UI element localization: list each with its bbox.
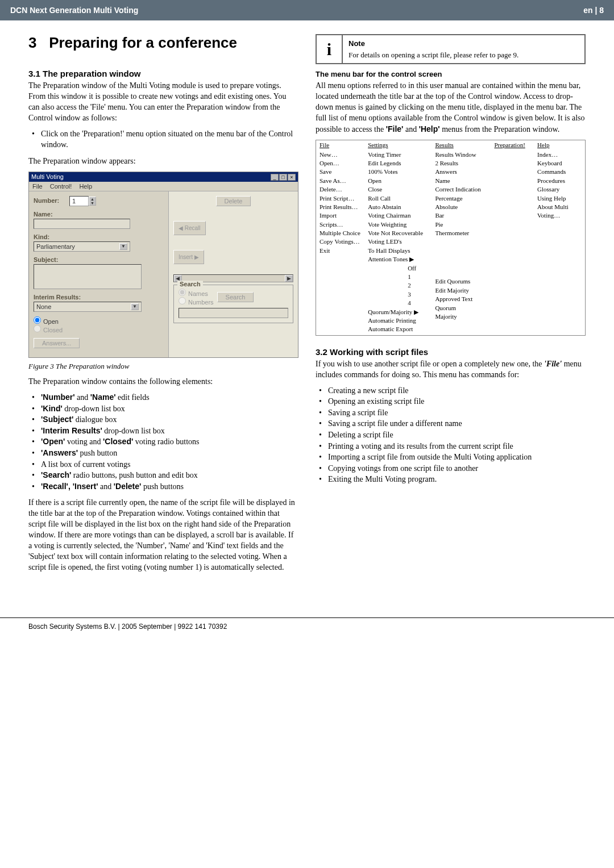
menubar-heading: The menu bar for the control screen xyxy=(316,70,586,78)
note-title: Note xyxy=(349,39,518,49)
th-settings: Settings xyxy=(368,141,388,148)
close-icon[interactable]: × xyxy=(288,174,296,181)
dropdown-arrow-icon[interactable]: ▼ xyxy=(131,303,139,310)
th-file: File xyxy=(320,141,329,148)
list-item: Printing a voting and its results from t… xyxy=(316,441,586,452)
elements-intro: The Preparation window contains the foll… xyxy=(28,377,298,387)
th-preparation: Preparation! xyxy=(494,141,525,148)
menubar-para: All menu options referred to in this use… xyxy=(316,81,586,135)
label-number: Number: xyxy=(34,197,68,204)
footer-divider xyxy=(0,617,614,618)
scroll-right-icon[interactable]: ▶ xyxy=(285,275,293,282)
page-footer: Bosch Security Systems B.V. | 2005 Septe… xyxy=(0,623,614,648)
kind-value: Parliamentary xyxy=(36,243,75,250)
delete-button[interactable]: Delete xyxy=(216,196,251,206)
info-icon: i xyxy=(317,35,343,63)
search-button[interactable]: Search xyxy=(217,292,254,302)
window-buttons: _□× xyxy=(270,173,296,181)
right-column: i Note For details on opening a script f… xyxy=(316,34,586,578)
spinner-arrows-icon[interactable]: ▲▼ xyxy=(89,197,96,206)
answers-button[interactable]: Answers... xyxy=(34,338,80,348)
header-title-right: en | 8 xyxy=(583,6,604,15)
name-field[interactable] xyxy=(34,219,130,229)
s32-para: If you wish to use another script file o… xyxy=(316,359,586,381)
figure-caption: Figure 3 The Preparation window xyxy=(28,361,298,372)
results-menu-items: Results Window2 ResultsAnswersNameCorrec… xyxy=(432,149,491,335)
list-item: 'Recall', 'Insert' and 'Delete' push but… xyxy=(28,481,298,493)
menu-options-table: File Settings Results Preparation! Help … xyxy=(316,140,586,336)
s31-bullet: Click on the 'Preparation!' menu option … xyxy=(28,128,298,151)
radio-closed-input[interactable] xyxy=(34,325,41,332)
s31-tail: If there is a script file currently open… xyxy=(28,498,298,573)
s31-para2: The Preparation window appears: xyxy=(28,156,298,167)
header-title-left: DCN Next Generation Multi Voting xyxy=(10,6,138,15)
search-legend: Search xyxy=(177,281,203,287)
s32-list: Creating a new script file Opening an ex… xyxy=(316,385,586,485)
menu-control[interactable]: Control! xyxy=(50,183,72,190)
list-item: Deleting a script file xyxy=(316,429,586,441)
list-item: Copying votings from one script file to … xyxy=(316,463,586,474)
preparation-window-screenshot: Multi Voting _□× File Control! Help Numb… xyxy=(28,172,298,358)
left-column: 3 Preparing for a conference 3.1 The pre… xyxy=(28,34,298,578)
th-help: Help xyxy=(537,141,549,148)
page-header: DCN Next Generation Multi Voting en | 8 xyxy=(0,0,614,20)
chapter-number: 3 xyxy=(28,34,36,51)
list-item: 'Kind' drop-down list box xyxy=(28,403,298,415)
preparation-menu-items xyxy=(491,149,534,335)
number-field[interactable]: 1 xyxy=(69,196,89,206)
note-box: i Note For details on opening a script f… xyxy=(316,34,586,64)
list-item: 'Number' and 'Name' edit fields xyxy=(28,392,298,403)
minimize-icon[interactable]: _ xyxy=(271,174,279,181)
settings-menu-items: Voting TimerEdit Legends100% VotesOpenCl… xyxy=(364,149,432,335)
s31-para1: The Preparation window of the Multi Voti… xyxy=(28,81,298,124)
menu-help[interactable]: Help xyxy=(79,183,92,190)
search-group: Search Names Numbers Search xyxy=(173,285,293,323)
help-menu-items: Index…KeyboardCommandsProceduresGlossary… xyxy=(534,149,585,335)
list-item: 'Interim Results' drop-down list box xyxy=(28,425,298,437)
label-subject: Subject: xyxy=(34,256,164,263)
radio-numbers[interactable]: Numbers xyxy=(179,299,214,306)
kind-dropdown[interactable]: Parliamentary▼ xyxy=(34,241,130,252)
list-item: Opening an existing script file xyxy=(316,396,586,407)
section-3-2-heading: 3.2 Working with script files xyxy=(316,347,586,357)
label-name: Name: xyxy=(34,211,164,218)
list-item: 'Subject' dialogue box xyxy=(28,414,298,425)
window-titlebar: Multi Voting _□× xyxy=(29,172,298,182)
radio-closed[interactable]: Closed xyxy=(34,327,63,333)
window-title: Multi Voting xyxy=(31,173,64,181)
radio-open[interactable]: Open xyxy=(34,318,59,325)
interim-dropdown[interactable]: None▼ xyxy=(34,302,142,312)
elements-list: 'Number' and 'Name' edit fields 'Kind' d… xyxy=(28,392,298,492)
menu-file[interactable]: File xyxy=(32,183,43,190)
label-kind: Kind: xyxy=(34,233,68,240)
section-3-1-heading: 3.1 The preparation window xyxy=(28,69,298,78)
dropdown-arrow-icon[interactable]: ▼ xyxy=(119,243,127,250)
file-menu-items: New…Open…SaveSave As…Delete…Print Script… xyxy=(316,149,364,335)
list-item: Creating a new script file xyxy=(316,385,586,397)
list-item: Saving a script file under a different n… xyxy=(316,418,586,429)
note-body: For details on opening a script file, pl… xyxy=(349,51,518,59)
chapter-heading: 3 Preparing for a conference xyxy=(28,34,298,52)
list-item: Importing a script file from outside the… xyxy=(316,452,586,463)
label-interim: Interim Results: xyxy=(34,294,164,301)
subject-field[interactable] xyxy=(34,264,142,289)
th-results: Results xyxy=(435,141,453,148)
search-input[interactable] xyxy=(179,308,288,318)
list-item: Saving a script file xyxy=(316,407,586,419)
list-item: Exiting the Multi Voting program. xyxy=(316,474,586,485)
recall-button[interactable]: ◀ Recall xyxy=(173,221,206,235)
list-item: 'Search' radio buttons, push button and … xyxy=(28,470,298,481)
insert-button[interactable]: Insert ▶ xyxy=(173,250,204,264)
radio-names[interactable]: Names xyxy=(179,290,208,297)
maximize-icon[interactable]: □ xyxy=(279,174,287,181)
list-item: 'Answers' push button xyxy=(28,448,298,459)
chapter-title: Preparing for a conference xyxy=(49,34,237,51)
list-item: A list box of current votings xyxy=(28,459,298,470)
interim-value: None xyxy=(36,303,51,310)
list-item: 'Open' voting and 'Closed' voting radio … xyxy=(28,436,298,448)
window-menubar: File Control! Help xyxy=(29,182,298,191)
radio-open-input[interactable] xyxy=(34,316,41,324)
